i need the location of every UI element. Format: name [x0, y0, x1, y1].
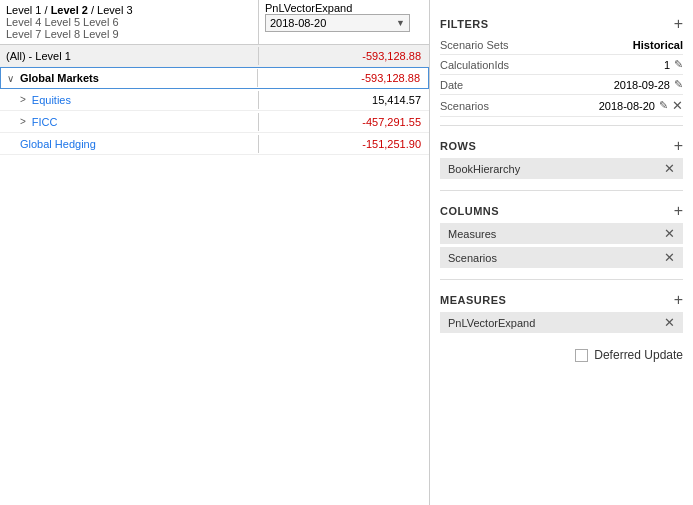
filter-label-scenario-sets: Scenario Sets [440, 39, 520, 51]
left-panel: Level 1 / Level 2 / Level 3 Level 4 Leve… [0, 0, 430, 505]
measures-pnl-label: PnLVectorExpand [448, 317, 535, 329]
data-table: (All) - Level 1 -593,128.88 ∨ Global Mar… [0, 45, 429, 505]
measures-title: MEASURES [440, 294, 506, 306]
row-value: -151,251.90 [259, 135, 429, 153]
level-header-row2: Level 4 Level 5 Level 6 [6, 16, 252, 28]
level2-label: Level 2 [51, 4, 88, 16]
rows-tag-label: BookHierarchy [448, 163, 520, 175]
date-edit-icon[interactable]: ✎ [674, 78, 683, 91]
equities-label[interactable]: Equities [32, 94, 71, 106]
row-value: -593,128.88 [259, 47, 429, 65]
row-label: > FICC [0, 113, 259, 131]
filters-section: FILTERS + Scenario Sets Historical Calcu… [440, 8, 683, 117]
rows-add-button[interactable]: + [674, 138, 683, 154]
filter-label-calculationids: CalculationIds [440, 59, 520, 71]
level-header-row1: Level 1 / Level 2 / Level 3 [6, 4, 252, 16]
date-filter-value: 2018-09-28 [614, 79, 670, 91]
divider-measures [440, 279, 683, 280]
columns-measures-close-icon[interactable]: ✕ [664, 226, 675, 241]
divider-rows [440, 125, 683, 126]
measures-pnl-close-icon[interactable]: ✕ [664, 315, 675, 330]
expand-icon[interactable]: ∨ [7, 73, 14, 84]
scenarios-edit-icon[interactable]: ✎ [659, 99, 668, 112]
hierarchy-column-header: Level 1 / Level 2 / Level 3 Level 4 Leve… [0, 0, 259, 44]
columns-tag-measures: Measures ✕ [440, 223, 683, 244]
filters-title: FILTERS [440, 18, 489, 30]
deferred-update-checkbox[interactable] [575, 349, 588, 362]
row-value: -593,128.88 [258, 69, 428, 87]
filter-row-calculationids: CalculationIds 1 ✎ [440, 55, 683, 75]
table-row[interactable]: ∨ Global Markets -593,128.88 [0, 67, 429, 89]
measure-name-label: PnLVectorExpand [265, 2, 352, 14]
measures-tag-pnlvectorexpand: PnLVectorExpand ✕ [440, 312, 683, 333]
table-header: Level 1 / Level 2 / Level 3 Level 4 Leve… [0, 0, 429, 45]
table-row[interactable]: > FICC -457,291.55 [0, 111, 429, 133]
filter-value-scenarios: 2018-08-20 ✎ ✕ [599, 98, 683, 113]
ficc-label[interactable]: FICC [32, 116, 58, 128]
level1-label: Level 1 / [6, 4, 51, 16]
filter-label-scenarios: Scenarios [440, 100, 520, 112]
global-markets-label: Global Markets [20, 72, 99, 84]
row-label: > Equities [0, 91, 259, 109]
filters-add-button[interactable]: + [674, 16, 683, 32]
dropdown-arrow-icon: ▼ [396, 18, 405, 28]
all-level-text: (All) - Level 1 [6, 50, 71, 62]
filter-value-calculationids: 1 ✎ [664, 58, 683, 71]
expand-icon[interactable]: > [20, 94, 26, 105]
columns-scenarios-label: Scenarios [448, 252, 497, 264]
filter-row-scenario-sets: Scenario Sets Historical [440, 36, 683, 55]
table-row[interactable]: Global Hedging -151,251.90 [0, 133, 429, 155]
columns-tag-scenarios: Scenarios ✕ [440, 247, 683, 268]
expand-icon[interactable]: > [20, 116, 26, 127]
calculationids-value: 1 [664, 59, 670, 71]
columns-header: COLUMNS + [440, 203, 683, 219]
deferred-update-label: Deferred Update [594, 348, 683, 362]
rows-header: ROWS + [440, 138, 683, 154]
divider-columns [440, 190, 683, 191]
table-row[interactable]: (All) - Level 1 -593,128.88 [0, 45, 429, 67]
scenarios-close-icon[interactable]: ✕ [672, 98, 683, 113]
row-value: -457,291.55 [259, 113, 429, 131]
measures-header: MEASURES + [440, 292, 683, 308]
date-value: 2018-08-20 [270, 17, 326, 29]
columns-add-button[interactable]: + [674, 203, 683, 219]
filters-header: FILTERS + [440, 16, 683, 32]
rows-bookhierarchy-close-icon[interactable]: ✕ [664, 161, 675, 176]
level3-label: / Level 3 [88, 4, 133, 16]
measure-date-dropdown[interactable]: 2018-08-20 ▼ [265, 14, 423, 32]
date-select[interactable]: 2018-08-20 ▼ [265, 14, 410, 32]
filter-row-date: Date 2018-09-28 ✎ [440, 75, 683, 95]
measure-column-header: PnLVectorExpand 2018-08-20 ▼ [259, 0, 429, 44]
global-hedging-label[interactable]: Global Hedging [20, 138, 96, 150]
filter-value-scenario-sets: Historical [633, 39, 683, 51]
columns-title: COLUMNS [440, 205, 499, 217]
columns-measures-label: Measures [448, 228, 496, 240]
row-label: ∨ Global Markets [1, 69, 258, 87]
row-label: Global Hedging [0, 135, 259, 153]
filter-row-scenarios: Scenarios 2018-08-20 ✎ ✕ [440, 95, 683, 117]
rows-tag-bookhierarchy: BookHierarchy ✕ [440, 158, 683, 179]
measures-add-button[interactable]: + [674, 292, 683, 308]
table-row[interactable]: > Equities 15,414.57 [0, 89, 429, 111]
filter-value-date: 2018-09-28 ✎ [614, 78, 683, 91]
columns-scenarios-close-icon[interactable]: ✕ [664, 250, 675, 265]
calculationids-edit-icon[interactable]: ✎ [674, 58, 683, 71]
filter-label-date: Date [440, 79, 520, 91]
rows-title: ROWS [440, 140, 476, 152]
deferred-update-row: Deferred Update [440, 348, 683, 362]
row-label: (All) - Level 1 [0, 47, 259, 65]
scenarios-filter-value: 2018-08-20 [599, 100, 655, 112]
row-value: 15,414.57 [259, 91, 429, 109]
level-header-row3: Level 7 Level 8 Level 9 [6, 28, 252, 40]
right-panel: FILTERS + Scenario Sets Historical Calcu… [430, 0, 693, 505]
